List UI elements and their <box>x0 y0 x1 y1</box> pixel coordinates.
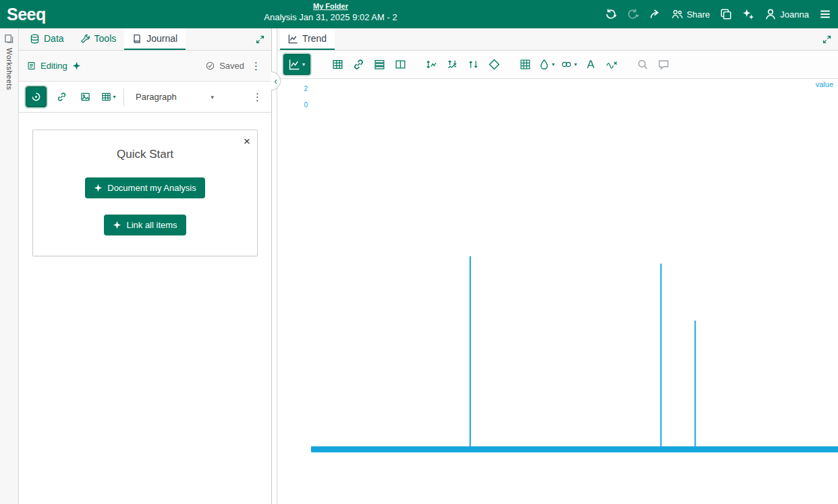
journal-body[interactable]: × Quick Start Document my Analysis Link … <box>19 113 271 504</box>
tab-data[interactable]: Data <box>22 28 72 50</box>
expand-icon <box>822 35 831 44</box>
expand-icon <box>256 35 264 44</box>
shading-button[interactable]: ▾ <box>536 55 557 74</box>
editing-label[interactable]: Editing <box>40 61 67 71</box>
journal-menu-button[interactable]: ⋮ <box>249 60 263 72</box>
redo-button[interactable]: ▾ <box>627 8 639 20</box>
toolbar-separator <box>123 88 124 106</box>
chevron-down-icon: ▾ <box>302 61 305 67</box>
tab-label: Journal <box>146 33 177 44</box>
journal-toolbar-overflow-button[interactable]: ⋮ <box>250 91 264 103</box>
split-view-button[interactable] <box>391 55 410 74</box>
cursors-button[interactable]: ▾ <box>559 55 579 74</box>
lane-arrows-3-icon <box>468 59 479 70</box>
droplet-icon <box>538 59 550 70</box>
chevron-down-icon: ▾ <box>614 13 617 20</box>
save-status: Saved ⋮ <box>206 60 263 72</box>
chart-lanes: 20value1694616658count50value5.1E+95.0E+… <box>277 79 838 504</box>
share-button[interactable]: Share <box>671 8 710 20</box>
panel-divider: ‹ <box>272 28 277 504</box>
lane-arrows-2-icon <box>447 59 458 70</box>
lane-plot[interactable] <box>311 79 838 504</box>
insert-image-button[interactable] <box>76 88 94 106</box>
zoom-button[interactable] <box>633 55 652 74</box>
chart-line-icon <box>289 59 300 70</box>
lane-per-signal-button[interactable] <box>443 55 462 74</box>
insert-link-button[interactable] <box>53 88 70 106</box>
link-items-button[interactable] <box>349 55 368 74</box>
insert-table-button[interactable]: ▾ <box>100 88 117 106</box>
sparkle-icon <box>94 184 103 192</box>
tab-trend[interactable]: Trend <box>280 28 335 50</box>
worksheets-icon <box>4 34 14 44</box>
copy-icon <box>720 8 732 20</box>
user-menu[interactable]: Joanna <box>764 8 809 20</box>
journal-toolbar: ▾ Paragraph ▾ ⋮ <box>19 82 271 113</box>
annotate-button[interactable] <box>654 55 673 74</box>
expand-trend-button[interactable] <box>815 28 838 50</box>
undo-button[interactable]: ▾ <box>605 8 617 20</box>
trend-chart-icon <box>288 34 298 44</box>
lane-tick-top: 2 <box>304 85 308 92</box>
labels-button[interactable] <box>581 55 600 74</box>
expand-journal-button[interactable] <box>248 28 271 50</box>
ai-assistant-button[interactable] <box>742 8 754 20</box>
seeq-ai-button[interactable] <box>26 86 47 107</box>
share-label: Share <box>687 9 710 20</box>
left-panel-tabs-row: DataToolsJournal <box>19 28 271 51</box>
worksheets-label: Worksheets <box>5 48 13 90</box>
quick-start-title: Quick Start <box>43 148 248 161</box>
samples-button[interactable] <box>602 55 621 74</box>
user-icon <box>764 8 777 20</box>
chart-lane-1[interactable]: 20value <box>277 79 838 504</box>
close-quick-start-button[interactable]: × <box>244 136 250 147</box>
tab-label: Trend <box>302 33 327 44</box>
breadcrumb-folder-link[interactable]: My Folder <box>313 2 348 10</box>
document-my-analysis-label: Document my Analysis <box>107 183 196 193</box>
main-area: Worksheets DataToolsJournal Editing Save… <box>0 28 838 504</box>
tab-label: Tools <box>94 33 117 44</box>
left-panel-tabs: DataToolsJournal <box>22 28 186 50</box>
lane-tick-bottom: 0 <box>304 101 308 109</box>
lane-y-axis[interactable]: 20 <box>277 79 311 504</box>
two-circles-icon <box>561 59 572 70</box>
topbar-actions: ▾ ▾ Share Joanna <box>605 8 831 20</box>
analysis-title[interactable]: Analysis Jan 31, 2025 9:02 AM - 2 <box>264 12 397 22</box>
forward-button[interactable] <box>649 8 661 20</box>
compare-view-button[interactable] <box>370 55 389 74</box>
capsules-button[interactable] <box>484 55 503 74</box>
link-icon <box>353 59 364 70</box>
seeq-ai-icon <box>31 92 41 102</box>
journal-icon <box>132 34 142 44</box>
hamburger-menu-button[interactable] <box>819 8 831 20</box>
chevron-down-icon: ▾ <box>211 94 214 101</box>
lane-label[interactable]: value <box>816 80 833 88</box>
stack-signals-button[interactable] <box>464 55 482 74</box>
trend-panel: Trend ▾▾▾ 20value1694616658count50value5… <box>277 28 838 504</box>
tab-journal[interactable]: Journal <box>124 28 186 50</box>
gridlines-button[interactable] <box>515 55 534 74</box>
seeq-logo[interactable]: Seeq <box>7 5 46 24</box>
tab-tools[interactable]: Tools <box>72 28 125 50</box>
sparkles-icon <box>742 8 754 20</box>
duplicate-worksheet-button[interactable] <box>720 8 732 20</box>
magnifier-icon <box>637 59 648 70</box>
worksheets-strip[interactable]: Worksheets <box>0 28 19 504</box>
paragraph-style-select[interactable]: Paragraph ▾ <box>130 89 219 105</box>
journal-entry-icon <box>27 61 36 70</box>
journal-status-bar: Editing Saved ⋮ <box>19 51 271 82</box>
chevron-down-icon: ▾ <box>574 61 577 67</box>
chevron-down-icon: ▾ <box>636 13 639 20</box>
document-my-analysis-button[interactable]: Document my Analysis <box>85 177 205 198</box>
chevron-down-icon: ▾ <box>113 94 115 100</box>
chart-type-button[interactable]: ▾ <box>283 54 310 75</box>
table-view-button[interactable] <box>328 55 347 74</box>
one-lane-button[interactable] <box>422 55 441 74</box>
letter-a-icon <box>585 59 596 70</box>
sparkle-icon <box>113 221 121 229</box>
comment-icon <box>658 59 669 70</box>
grid-icon <box>520 59 531 70</box>
trend-tabs-row: Trend <box>277 28 838 51</box>
link-all-items-button[interactable]: Link all items <box>104 215 186 235</box>
sparkle-icon[interactable] <box>72 61 81 70</box>
